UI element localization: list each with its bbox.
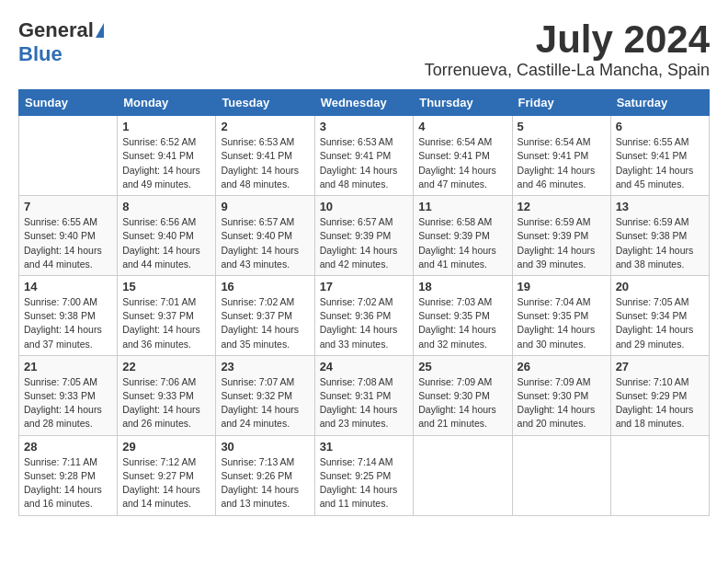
day-number: 31	[320, 440, 409, 454]
day-number: 25	[418, 360, 506, 373]
day-number: 28	[24, 440, 112, 454]
day-number: 10	[320, 200, 409, 213]
day-info: Sunrise: 7:12 AMSunset: 9:27 PMDaylight:…	[122, 455, 210, 511]
day-info: Sunrise: 6:56 AMSunset: 9:40 PMDaylight:…	[122, 215, 210, 271]
day-cell: 31 Sunrise: 7:14 AMSunset: 9:25 PMDaylig…	[314, 435, 414, 515]
day-cell: 27 Sunrise: 7:10 AMSunset: 9:29 PMDaylig…	[610, 355, 709, 435]
day-info: Sunrise: 6:52 AMSunset: 9:41 PMDaylight:…	[122, 135, 210, 191]
logo-general-text: General	[18, 18, 94, 42]
day-cell: 6 Sunrise: 6:55 AMSunset: 9:41 PMDayligh…	[610, 116, 709, 196]
day-cell: 3 Sunrise: 6:53 AMSunset: 9:41 PMDayligh…	[314, 116, 414, 196]
day-number: 29	[122, 440, 210, 454]
month-title: July 2024	[425, 18, 710, 61]
day-header-wednesday: Wednesday	[314, 90, 414, 116]
day-cell: 15 Sunrise: 7:01 AMSunset: 9:37 PMDaylig…	[118, 275, 216, 355]
day-cell: 4 Sunrise: 6:54 AMSunset: 9:41 PMDayligh…	[414, 116, 512, 196]
day-cell: 10 Sunrise: 6:57 AMSunset: 9:39 PMDaylig…	[314, 196, 414, 276]
day-number: 24	[320, 360, 409, 373]
day-info: Sunrise: 7:03 AMSunset: 9:35 PMDaylight:…	[418, 295, 506, 351]
day-cell	[19, 116, 118, 196]
day-number: 15	[122, 280, 210, 293]
calendar-table: SundayMondayTuesdayWednesdayThursdayFrid…	[18, 89, 710, 515]
day-cell: 14 Sunrise: 7:00 AMSunset: 9:38 PMDaylig…	[19, 275, 118, 355]
days-header-row: SundayMondayTuesdayWednesdayThursdayFrid…	[19, 90, 710, 116]
day-cell	[414, 435, 512, 515]
week-row-4: 21 Sunrise: 7:05 AMSunset: 9:33 PMDaylig…	[19, 355, 710, 435]
day-cell: 30 Sunrise: 7:13 AMSunset: 9:26 PMDaylig…	[216, 435, 314, 515]
day-number: 23	[221, 360, 309, 373]
day-number: 14	[24, 280, 112, 293]
day-info: Sunrise: 7:14 AMSunset: 9:25 PMDaylight:…	[320, 455, 409, 511]
day-info: Sunrise: 6:55 AMSunset: 9:40 PMDaylight:…	[24, 215, 112, 271]
day-info: Sunrise: 7:09 AMSunset: 9:30 PMDaylight:…	[418, 375, 506, 431]
day-info: Sunrise: 7:11 AMSunset: 9:28 PMDaylight:…	[24, 455, 112, 511]
day-number: 16	[221, 280, 309, 293]
day-cell: 19 Sunrise: 7:04 AMSunset: 9:35 PMDaylig…	[512, 275, 610, 355]
day-info: Sunrise: 6:59 AMSunset: 9:39 PMDaylight:…	[518, 215, 606, 271]
logo: General Blue	[18, 18, 104, 66]
day-cell: 20 Sunrise: 7:05 AMSunset: 9:34 PMDaylig…	[610, 275, 709, 355]
day-cell: 12 Sunrise: 6:59 AMSunset: 9:39 PMDaylig…	[512, 196, 610, 276]
day-cell: 26 Sunrise: 7:09 AMSunset: 9:30 PMDaylig…	[512, 355, 610, 435]
logo-triangle-icon	[96, 23, 104, 38]
day-cell: 21 Sunrise: 7:05 AMSunset: 9:33 PMDaylig…	[19, 355, 118, 435]
location-title: Torrenueva, Castille-La Mancha, Spain	[425, 61, 710, 80]
day-info: Sunrise: 7:08 AMSunset: 9:31 PMDaylight:…	[320, 375, 409, 431]
day-number: 22	[122, 360, 210, 373]
day-number: 18	[418, 280, 506, 293]
day-number: 21	[24, 360, 112, 373]
day-cell: 28 Sunrise: 7:11 AMSunset: 9:28 PMDaylig…	[19, 435, 118, 515]
week-row-3: 14 Sunrise: 7:00 AMSunset: 9:38 PMDaylig…	[19, 275, 710, 355]
day-cell: 18 Sunrise: 7:03 AMSunset: 9:35 PMDaylig…	[414, 275, 512, 355]
day-number: 26	[518, 360, 606, 373]
day-cell: 22 Sunrise: 7:06 AMSunset: 9:33 PMDaylig…	[118, 355, 216, 435]
day-info: Sunrise: 7:02 AMSunset: 9:37 PMDaylight:…	[221, 295, 309, 351]
day-number: 8	[122, 200, 210, 213]
day-header-tuesday: Tuesday	[216, 90, 314, 116]
day-cell: 1 Sunrise: 6:52 AMSunset: 9:41 PMDayligh…	[118, 116, 216, 196]
day-info: Sunrise: 7:00 AMSunset: 9:38 PMDaylight:…	[24, 295, 112, 351]
week-row-1: 1 Sunrise: 6:52 AMSunset: 9:41 PMDayligh…	[19, 116, 710, 196]
day-header-friday: Friday	[512, 90, 610, 116]
day-number: 3	[320, 120, 409, 133]
day-cell: 11 Sunrise: 6:58 AMSunset: 9:39 PMDaylig…	[414, 196, 512, 276]
day-number: 9	[221, 200, 309, 213]
week-row-5: 28 Sunrise: 7:11 AMSunset: 9:28 PMDaylig…	[19, 435, 710, 515]
day-info: Sunrise: 7:13 AMSunset: 9:26 PMDaylight:…	[221, 455, 309, 511]
day-info: Sunrise: 7:05 AMSunset: 9:34 PMDaylight:…	[616, 295, 704, 351]
day-info: Sunrise: 6:57 AMSunset: 9:40 PMDaylight:…	[221, 215, 309, 271]
day-number: 30	[221, 440, 309, 454]
day-number: 20	[616, 280, 704, 293]
day-number: 11	[418, 200, 506, 213]
day-cell: 7 Sunrise: 6:55 AMSunset: 9:40 PMDayligh…	[19, 196, 118, 276]
day-cell: 5 Sunrise: 6:54 AMSunset: 9:41 PMDayligh…	[512, 116, 610, 196]
day-header-sunday: Sunday	[19, 90, 118, 116]
day-info: Sunrise: 7:09 AMSunset: 9:30 PMDaylight:…	[518, 375, 606, 431]
day-number: 27	[616, 360, 704, 373]
day-info: Sunrise: 6:58 AMSunset: 9:39 PMDaylight:…	[418, 215, 506, 271]
day-header-monday: Monday	[118, 90, 216, 116]
day-info: Sunrise: 7:07 AMSunset: 9:32 PMDaylight:…	[221, 375, 309, 431]
day-cell: 16 Sunrise: 7:02 AMSunset: 9:37 PMDaylig…	[216, 275, 314, 355]
day-info: Sunrise: 6:55 AMSunset: 9:41 PMDaylight:…	[616, 135, 704, 191]
day-header-thursday: Thursday	[414, 90, 512, 116]
day-info: Sunrise: 7:10 AMSunset: 9:29 PMDaylight:…	[616, 375, 704, 431]
day-number: 13	[616, 200, 704, 213]
day-info: Sunrise: 7:06 AMSunset: 9:33 PMDaylight:…	[122, 375, 210, 431]
day-number: 6	[616, 120, 704, 133]
day-number: 4	[418, 120, 506, 133]
day-cell: 2 Sunrise: 6:53 AMSunset: 9:41 PMDayligh…	[216, 116, 314, 196]
day-info: Sunrise: 6:59 AMSunset: 9:38 PMDaylight:…	[616, 215, 704, 271]
day-cell: 24 Sunrise: 7:08 AMSunset: 9:31 PMDaylig…	[314, 355, 414, 435]
day-number: 12	[518, 200, 606, 213]
day-info: Sunrise: 7:01 AMSunset: 9:37 PMDaylight:…	[122, 295, 210, 351]
day-info: Sunrise: 6:53 AMSunset: 9:41 PMDaylight:…	[320, 135, 409, 191]
day-cell: 8 Sunrise: 6:56 AMSunset: 9:40 PMDayligh…	[118, 196, 216, 276]
day-number: 7	[24, 200, 112, 213]
day-number: 2	[221, 120, 309, 133]
day-cell	[610, 435, 709, 515]
day-number: 17	[320, 280, 409, 293]
day-info: Sunrise: 6:57 AMSunset: 9:39 PMDaylight:…	[320, 215, 409, 271]
day-cell	[512, 435, 610, 515]
day-cell: 25 Sunrise: 7:09 AMSunset: 9:30 PMDaylig…	[414, 355, 512, 435]
